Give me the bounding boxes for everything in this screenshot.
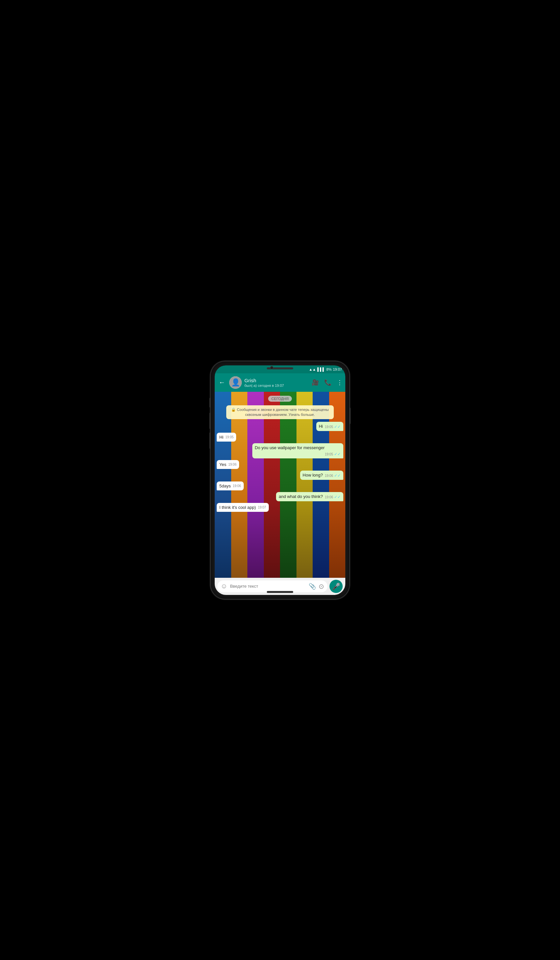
camera-button[interactable]: ⊙ bbox=[318, 582, 324, 590]
message-row: Hi 19:05 ✓✓ bbox=[217, 422, 343, 431]
bubble-meta: 19:05 ✓✓ bbox=[325, 451, 341, 457]
message-time: 19:05 bbox=[325, 425, 333, 429]
bubble-meta: 19:05 ✓✓ bbox=[325, 424, 341, 430]
volume-up-button bbox=[210, 398, 211, 408]
phone-screen: ▲▲ ▌▌▌ 8% 19:07 ← 👤 Grish был(-а) сегодн… bbox=[215, 365, 345, 595]
signal-icon: ▌▌▌ bbox=[317, 367, 325, 371]
bottom-speaker bbox=[267, 591, 293, 593]
volume-down-button bbox=[210, 413, 211, 429]
message-time: 19:06 bbox=[325, 474, 333, 478]
bubble-meta: 19:06 ✓✓ bbox=[325, 473, 341, 478]
power-button bbox=[349, 408, 350, 424]
battery-text: 8% bbox=[326, 367, 332, 371]
read-receipt-icon: ✓✓ bbox=[334, 473, 341, 478]
message-row: Yes 19:06 bbox=[217, 460, 343, 469]
camera-button bbox=[210, 432, 211, 449]
message-text: Yes bbox=[219, 462, 226, 467]
emoji-button[interactable]: ☺ bbox=[221, 582, 227, 590]
bubble-meta: 19:05 bbox=[225, 435, 234, 440]
message-row: and what do you think? 19:06 ✓✓ bbox=[217, 492, 343, 501]
message-row: 5days 19:06 bbox=[217, 482, 343, 490]
message-text: Hi bbox=[319, 424, 323, 429]
bubble-sent: Hi 19:05 ✓✓ bbox=[316, 422, 343, 431]
avatar-icon: 👤 bbox=[231, 378, 240, 387]
read-receipt-icon: ✓✓ bbox=[334, 494, 341, 500]
bubble-sent: and what do you think? 19:06 ✓✓ bbox=[276, 492, 343, 501]
bubble-meta: 19:06 bbox=[228, 462, 237, 467]
chat-messages: СЕГОДНЯ 🔒 Сообщения и звонки в данном ча… bbox=[215, 392, 345, 515]
bubble-received: 5days 19:06 bbox=[217, 482, 244, 490]
input-wrapper: ☺ 📎 ⊙ bbox=[218, 581, 328, 592]
date-badge: СЕГОДНЯ bbox=[268, 396, 292, 402]
chat-header: ← 👤 Grish был(-а) сегодня в 19:07 🎥 📞 ⋮ bbox=[215, 373, 345, 392]
bubble-meta: 19:06 ✓✓ bbox=[325, 494, 341, 500]
bubble-sent: Do you use wallpaper for messenger 19:05… bbox=[252, 443, 343, 458]
video-call-icon[interactable]: 🎥 bbox=[312, 379, 319, 386]
message-row: Hi 19:05 bbox=[217, 433, 343, 442]
attach-button[interactable]: 📎 bbox=[309, 583, 316, 590]
front-camera bbox=[270, 366, 274, 370]
phone-frame: ▲▲ ▌▌▌ 8% 19:07 ← 👤 Grish был(-а) сегодн… bbox=[211, 362, 349, 599]
message-input[interactable] bbox=[230, 584, 306, 589]
avatar-inner: 👤 bbox=[229, 376, 242, 389]
message-row: Do you use wallpaper for messenger 19:05… bbox=[217, 443, 343, 458]
message-time: 19:06 bbox=[325, 495, 333, 500]
bubble-received: I think it's cool app) 19:07 bbox=[217, 503, 269, 512]
message-text: 5days bbox=[219, 483, 231, 488]
message-time: 19:06 bbox=[228, 462, 237, 467]
message-time: 19:05 bbox=[325, 452, 333, 457]
phone-call-icon[interactable]: 📞 bbox=[324, 379, 331, 386]
contact-name: Grish bbox=[245, 378, 309, 384]
message-text: How long? bbox=[303, 473, 323, 478]
bubble-received: Hi 19:05 bbox=[217, 433, 236, 442]
message-text: I think it's cool app) bbox=[219, 505, 256, 510]
mic-button[interactable]: 🎤 bbox=[330, 580, 342, 593]
message-row: I think it's cool app) 19:07 bbox=[217, 503, 343, 512]
bubble-sent: How long? 19:06 ✓✓ bbox=[300, 470, 343, 480]
bubble-received: Yes 19:06 bbox=[217, 460, 239, 469]
mic-icon: 🎤 bbox=[332, 582, 340, 590]
read-receipt-icon: ✓✓ bbox=[334, 451, 341, 457]
wifi-icon: ▲▲ bbox=[309, 367, 316, 371]
time-text: 19:07 bbox=[333, 367, 342, 371]
status-bar: ▲▲ ▌▌▌ 8% 19:07 bbox=[215, 365, 345, 373]
message-row: How long? 19:06 ✓✓ bbox=[217, 470, 343, 480]
contact-status: был(-а) сегодня в 19:07 bbox=[245, 384, 309, 387]
chat-area: СЕГОДНЯ 🔒 Сообщения и звонки в данном ча… bbox=[215, 392, 345, 578]
status-icons: ▲▲ ▌▌▌ 8% 19:07 bbox=[309, 367, 342, 371]
message-text: Hi bbox=[219, 435, 223, 440]
back-button[interactable]: ← bbox=[218, 377, 227, 387]
read-receipt-icon: ✓✓ bbox=[334, 424, 341, 430]
bubble-meta: 19:07 bbox=[258, 505, 266, 510]
header-info[interactable]: Grish был(-а) сегодня в 19:07 bbox=[245, 378, 309, 387]
more-options-icon[interactable]: ⋮ bbox=[337, 379, 342, 386]
message-text: and what do you think? bbox=[279, 494, 323, 499]
message-text: Do you use wallpaper for messenger bbox=[255, 445, 325, 450]
message-time: 19:07 bbox=[258, 505, 266, 510]
system-message: 🔒 Сообщения и звонки в данном чате тепер… bbox=[226, 405, 334, 419]
message-time: 19:06 bbox=[233, 484, 241, 488]
bubble-meta: 19:06 bbox=[233, 484, 241, 488]
avatar[interactable]: 👤 bbox=[229, 376, 242, 389]
message-time: 19:05 bbox=[225, 435, 234, 440]
header-actions: 🎥 📞 ⋮ bbox=[312, 379, 342, 386]
